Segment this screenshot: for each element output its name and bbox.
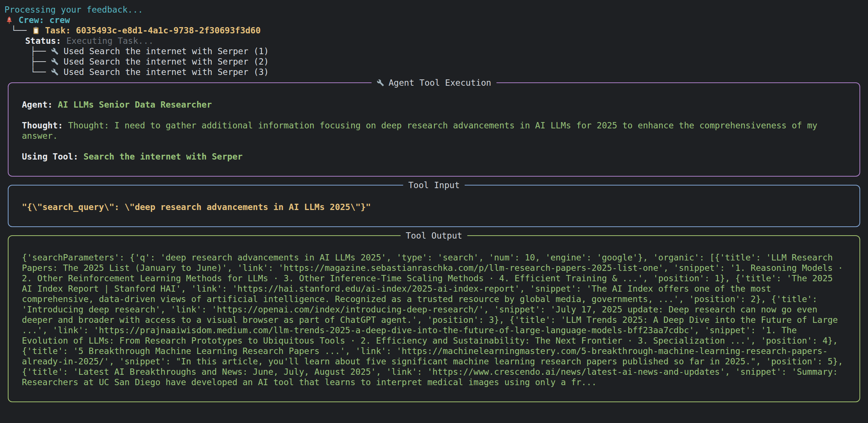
agent-name: AI LLMs Senior Data Researcher [58,99,212,110]
crew-status-tree: Processing your feedback... Crew: crew └… [0,4,868,77]
tool-output-panel: Tool Output {'searchParameters': {'q': '… [8,235,860,402]
agent-tool-execution-panel: Agent Tool Execution Agent: AI LLMs Seni… [8,82,860,177]
wrench-icon [51,58,59,65]
panel-title-text: Agent Tool Execution [389,78,491,88]
agent-line: Agent: AI LLMs Senior Data Researcher [22,99,846,110]
crew-name: crew [49,15,70,25]
blank-line [22,110,846,120]
crew-label: Crew: [19,15,44,25]
terminal-screen: Processing your feedback... Crew: crew └… [0,4,868,402]
tool-output-panel-title: Tool Output [401,230,467,241]
panel-title-text: Tool Input [408,180,460,190]
blank-line [22,141,846,151]
task-line: └── Task: 6035493c-e8d1-4a1c-9738-2f3069… [11,25,868,36]
tree-branch: ├── [30,46,46,56]
task-id: 6035493c-e8d1-4a1c-9738-2f30693f3d60 [76,25,261,36]
crew-line: Crew: crew [5,15,868,25]
thought-paragraph: Thought:Thought: I need to gather additi… [22,120,846,141]
tool-output-content: {'searchParameters': {'q': 'deep researc… [22,252,846,387]
using-tool-name: Search the internet with Serper [83,151,242,162]
tool-usage-text: Used Search the internet with Serper (3) [64,67,269,77]
tree-branch: └── [11,25,27,36]
tree-branch: ├── [30,56,46,67]
agent-label: Agent: [22,99,53,110]
tool-usage-row: ├── Used Search the internet with Serper… [30,46,868,56]
status-value: Executing Task... [66,36,153,46]
tree-branch: └── [30,67,46,77]
status-label: Status: [25,36,61,46]
wrench-icon [51,47,59,55]
using-tool-line: Using Tool: Search the internet with Ser… [22,151,846,162]
tool-usage-text: Used Search the internet with Serper (1) [64,46,269,56]
wrench-icon [51,68,59,76]
processing-message: Processing your feedback... [4,4,143,15]
processing-message-line: Processing your feedback... [4,4,868,15]
thought-text: Thought: I need to gather additional inf… [22,121,817,141]
tool-input-panel-title: Tool Input [403,180,465,190]
tool-input-panel: Tool Input "{\"search_query\": \"deep re… [8,185,860,227]
status-line: Status: Executing Task... [25,36,868,46]
using-tool-label: Using Tool: [22,151,78,162]
tool-input-content: "{\"search_query\": \"deep research adva… [22,202,846,212]
wrench-icon [377,79,384,86]
task-label: Task: [45,25,71,36]
panel-title-text: Tool Output [406,230,462,241]
tool-usage-row: ├── Used Search the internet with Serper… [30,56,868,67]
tool-usage-text: Used Search the internet with Serper (2) [64,56,269,67]
tool-usage-row: └── Used Search the internet with Serper… [30,67,868,77]
rocket-icon [5,16,13,24]
clipboard-icon [32,26,40,35]
thought-label: Thought: [22,121,63,130]
agent-tool-execution-panel-title: Agent Tool Execution [372,78,497,88]
